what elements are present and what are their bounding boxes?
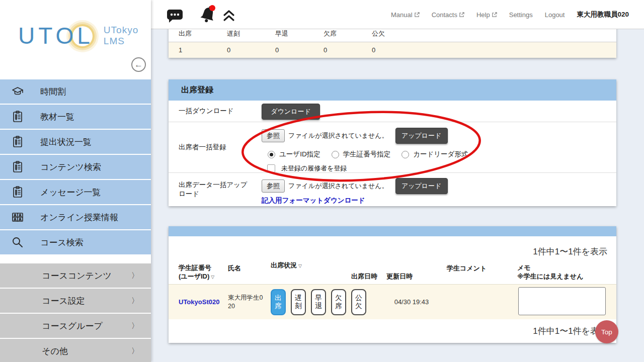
radio-user-id[interactable]: [268, 151, 275, 158]
collapse-up-icon[interactable]: [222, 9, 236, 22]
sidebar-item-label: メッセージ一覧: [40, 187, 101, 198]
sidebar-item-course-contents[interactable]: コースコンテンツ 〉: [0, 263, 151, 289]
summary-value: 1: [169, 46, 217, 54]
sidebar-item-course-group[interactable]: コースグループ 〉: [0, 314, 151, 339]
upload-button[interactable]: アップロード: [395, 128, 448, 144]
attendance-data-upload-row: 出席データ一括アップロード 参照 ファイルが選択されていません。 アップロード …: [169, 173, 616, 206]
clipboard-icon: [11, 110, 24, 123]
column-header-student-comment: 学生コメント: [442, 258, 512, 284]
clipboard-icon: [11, 135, 24, 148]
radio-label[interactable]: カードリーダ形式: [413, 150, 468, 159]
column-header-name: 氏名: [223, 258, 266, 284]
sidebar-item-messages[interactable]: メッセージ一覧: [0, 180, 151, 205]
sidebar-item-label: コンテンツ検索: [40, 161, 101, 173]
chevron-right-icon: 〉: [131, 321, 139, 331]
settings-link[interactable]: Settings: [509, 11, 533, 19]
result-count-bottom: 1件中1〜1件を表示: [169, 319, 616, 343]
format-download-link[interactable]: 記入用フォーマットダウンロード: [262, 196, 365, 205]
sidebar-item-timetable[interactable]: 時間割: [0, 79, 151, 105]
sidebar-item-online-class[interactable]: オンライン授業情報: [0, 205, 151, 230]
table-column-headers: 学生証番号 (ユーザID)▽ 氏名 出席状況▽ 出席日時 更新日時 学生コメント…: [169, 258, 616, 284]
external-link-icon: [492, 12, 497, 18]
attendee-bulk-register-row: 出席者一括登録 参照 ファイルが選択されていません。 アップロード ユーザID指…: [169, 122, 616, 173]
summary-value: 0: [265, 46, 313, 54]
browse-file-button[interactable]: 参照: [262, 179, 285, 193]
sidebar-menu: 時間割 教材一覧 提出状況一覧 コンテンツ検索: [0, 79, 151, 362]
row-label: 出席者一括登録: [169, 122, 262, 172]
student-id-cell: UTokyoSt020: [169, 298, 223, 306]
summary-value: 0: [313, 46, 362, 54]
search-icon: [11, 236, 24, 249]
summary-header: 公欠: [362, 29, 410, 38]
download-button[interactable]: ダウンロード: [262, 104, 320, 120]
status-button-present[interactable]: 出席: [271, 289, 286, 315]
sidebar: UTOL UTokyo LMS ← 時間割 教材一覧: [0, 0, 151, 362]
column-header-memo: メモ ※学生には見えません: [512, 258, 616, 284]
column-header-status[interactable]: 出席状況▽: [266, 258, 346, 284]
register-unenrolled-checkbox[interactable]: [267, 164, 275, 172]
help-link[interactable]: Help: [476, 11, 497, 19]
table-row: UTokyoSt020 東大用学生020 出席 遅刻 早退 欠席 公欠: [169, 284, 616, 319]
student-id-link[interactable]: UTokyoSt020: [179, 298, 219, 306]
summary-value-row: 1 0 0 0 0: [169, 42, 616, 58]
notifications-bell-icon[interactable]: [198, 4, 218, 25]
upload-button[interactable]: アップロード: [395, 178, 448, 194]
chevron-right-icon: 〉: [131, 296, 139, 306]
result-count-top: 1件中1〜1件を表示: [169, 236, 616, 258]
sidebar-item-course-settings[interactable]: コース設定 〉: [0, 289, 151, 314]
status-button-excused-absence[interactable]: 公欠: [351, 289, 366, 315]
current-user-name: 東大用教職員020: [577, 10, 629, 19]
browse-file-button[interactable]: 参照: [262, 129, 285, 142]
contacts-link[interactable]: Contacts: [432, 11, 464, 19]
radio-student-number[interactable]: [332, 151, 339, 158]
logout-link[interactable]: Logout: [545, 11, 565, 19]
summary-value: 0: [217, 46, 265, 54]
column-header-updated-at: 更新日時: [381, 258, 442, 284]
graduation-cap-icon: [11, 85, 24, 98]
status-button-absent[interactable]: 欠席: [331, 289, 346, 315]
no-file-selected-text: ファイルが選択されていません。: [288, 182, 388, 191]
clipboard-icon: [11, 160, 24, 173]
logo-area: UTOL UTokyo LMS ←: [0, 0, 151, 79]
manual-link[interactable]: Manual: [391, 11, 420, 19]
chat-icon[interactable]: [166, 8, 184, 23]
sidebar-item-label: コース設定: [42, 295, 85, 307]
summary-header: 早退: [265, 29, 313, 38]
radio-card-reader[interactable]: [401, 151, 409, 158]
sidebar-item-label: オンライン授業情報: [40, 212, 118, 223]
sidebar-item-label: その他: [42, 345, 68, 357]
scroll-to-top-button[interactable]: Top: [595, 320, 618, 343]
radio-label[interactable]: 学生証番号指定: [343, 150, 391, 159]
column-header-student-id[interactable]: 学生証番号 (ユーザID)▽: [169, 258, 223, 284]
sort-icon[interactable]: ▽: [298, 263, 302, 268]
row-label: 出席データ一括アップロード: [169, 173, 262, 206]
sidebar-item-label: コース検索: [40, 237, 84, 248]
sidebar-item-label: 教材一覧: [40, 111, 74, 123]
sidebar-collapse-button[interactable]: ←: [131, 57, 146, 72]
utol-logo[interactable]: UTOL UTokyo LMS: [18, 22, 138, 49]
sort-icon[interactable]: ▽: [211, 275, 214, 280]
summary-header-row: 出席 遅刻 早退 欠席 公欠: [169, 29, 616, 42]
column-header-attended-at: 出席日時: [346, 258, 381, 284]
sidebar-item-course-search[interactable]: コース検索: [0, 230, 151, 255]
sidebar-item-label: コースグループ: [42, 320, 103, 332]
checkbox-label[interactable]: 未登録の履修者を登録: [281, 164, 347, 173]
sidebar-item-others[interactable]: その他 〉: [0, 339, 151, 362]
logo-title: UTOL: [18, 22, 94, 49]
logo-subtitle: UTokyo LMS: [104, 25, 138, 47]
radio-label[interactable]: ユーザID指定: [279, 150, 320, 159]
external-link-icon: [414, 12, 420, 18]
chevron-right-icon: 〉: [131, 346, 139, 356]
memo-cell: [512, 287, 616, 317]
attendance-summary-table: 出席 遅刻 早退 欠席 公欠 1 0 0 0 0: [169, 29, 616, 58]
memo-textarea[interactable]: [518, 287, 606, 315]
status-button-late[interactable]: 遅刻: [291, 289, 306, 315]
sidebar-item-materials[interactable]: 教材一覧: [0, 105, 151, 130]
updated-at-cell: 04/30 19:43: [381, 298, 442, 306]
sidebar-item-submissions[interactable]: 提出状況一覧: [0, 130, 151, 155]
clipboard-icon: [11, 186, 24, 199]
external-link-icon: [459, 12, 464, 18]
status-button-early-leave[interactable]: 早退: [311, 289, 326, 315]
sidebar-item-label: 提出状況一覧: [40, 136, 92, 148]
sidebar-item-content-search[interactable]: コンテンツ検索: [0, 155, 151, 180]
